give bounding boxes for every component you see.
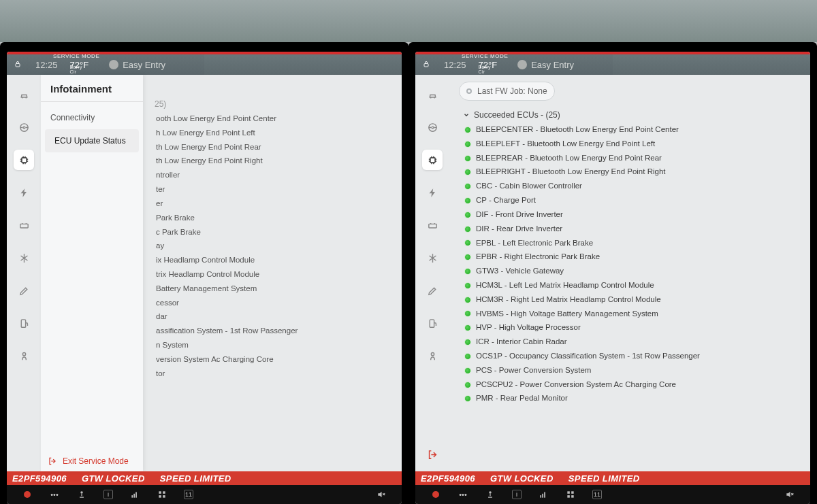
bolt-icon[interactable] <box>14 182 34 203</box>
ecu-label: CP - Charge Port <box>476 195 536 207</box>
chip-icon[interactable] <box>422 150 443 170</box>
fuel-icon[interactable] <box>14 313 34 333</box>
ecu-row[interactable]: CBC - Cabin Blower Controller <box>464 180 802 192</box>
dock-mute-icon[interactable] <box>784 489 795 500</box>
dock-badge[interactable] <box>22 489 33 500</box>
submenu-title: Infotainment <box>41 83 143 101</box>
snowflake-icon[interactable] <box>14 248 34 268</box>
ecu-row[interactable]: PMR - Rear Pedal Monitor <box>464 392 802 405</box>
status-ok-icon <box>464 254 471 261</box>
steering-icon[interactable] <box>14 117 34 137</box>
dock-signal-icon[interactable] <box>538 489 549 500</box>
ecu-label: BLEEPLEFT - Bluetooth Low Energy End Poi… <box>476 138 655 150</box>
ecu-row[interactable]: PCS - Power Conversion System <box>464 365 802 377</box>
vin-fragment: E2PF594906 <box>12 473 67 484</box>
exit-service-mode-button[interactable]: Exit Service Mode <box>48 456 129 466</box>
speed-limited-label: SPEED LIMITED <box>568 473 640 484</box>
ecu-row[interactable]: BLEEPCENTER - Bluetooth Low Energy End P… <box>464 124 802 136</box>
pencil-icon[interactable] <box>14 280 34 301</box>
dock-info-icon[interactable]: i <box>512 490 522 499</box>
ecu-row[interactable]: HVP - High Voltage Processor <box>464 322 802 334</box>
svg-rect-24 <box>567 491 570 494</box>
fw-job-status[interactable]: Last FW Job: None <box>459 82 555 101</box>
chip-icon[interactable] <box>14 150 34 170</box>
submenu-item-connectivity[interactable]: Connectivity <box>41 106 143 129</box>
pencil-icon[interactable] <box>422 280 443 301</box>
radio-icon <box>466 88 472 94</box>
gtw-locked-label: GTW LOCKED <box>490 473 554 484</box>
svg-rect-17 <box>430 157 434 162</box>
ecu-row[interactable]: DIF - Front Drive Inverter <box>464 209 802 221</box>
dock-more-icon[interactable]: ••• <box>49 489 60 500</box>
lock-icon[interactable] <box>422 60 430 70</box>
avatar-icon <box>109 60 118 69</box>
ecu-row[interactable]: BLEEPLEFT - Bluetooth Low Energy End Poi… <box>464 138 802 150</box>
dock-more-icon[interactable]: ••• <box>458 489 468 500</box>
left-photo: SERVICE MODE 12:25 72°FBarry Cir Easy En… <box>0 0 408 504</box>
svg-rect-11 <box>163 491 165 494</box>
ecu-row[interactable]: HCM3L - Left Led Matrix Headlamp Control… <box>464 280 802 292</box>
side-rail <box>415 75 449 471</box>
airbag-icon[interactable] <box>14 346 34 366</box>
dock-calendar-icon[interactable]: 11 <box>184 490 193 499</box>
driver-profile[interactable]: Easy Entry <box>517 60 574 70</box>
dock-info-icon[interactable]: i <box>103 490 113 499</box>
status-ok-icon <box>464 127 471 133</box>
dock-grid-icon[interactable] <box>565 489 576 500</box>
ecu-label: CBC - Cabin Blower Controller <box>476 180 582 192</box>
ecu-label: PCSCPU2 - Power Conversion System Ac Cha… <box>476 379 676 391</box>
status-ok-icon <box>464 212 471 218</box>
ecu-row[interactable]: GTW3 - Vehicle Gateway <box>464 265 802 278</box>
avatar-icon <box>517 60 527 69</box>
ecu-row[interactable]: HVBMS - High Voltage Battery Management … <box>464 308 802 320</box>
svg-rect-13 <box>163 495 165 498</box>
temperature: 72°FBarry Cir <box>70 60 89 70</box>
dock-mute-icon[interactable] <box>376 489 387 500</box>
driver-profile[interactable]: Easy Entry <box>109 60 165 70</box>
ecu-row[interactable]: ICR - Interior Cabin Radar <box>464 336 802 348</box>
ecu-row-truncated: h Low Energy End Point Left <box>156 127 394 139</box>
ecu-label: PCS - Power Conversion System <box>476 365 591 377</box>
bolt-icon[interactable] <box>422 182 443 203</box>
car-icon[interactable] <box>422 84 443 105</box>
ecu-row-truncated: dar <box>156 311 394 323</box>
ecu-row[interactable]: PCSCPU2 - Power Conversion System Ac Cha… <box>464 379 802 391</box>
ecu-row[interactable]: DIR - Rear Drive Inverter <box>464 223 802 235</box>
svg-rect-23 <box>544 492 545 498</box>
ecu-row[interactable]: EPBR - Right Electronic Park Brake <box>464 251 802 263</box>
speed-limited-label: SPEED LIMITED <box>160 473 231 484</box>
ecu-label: HCM3L - Left Led Matrix Headlamp Control… <box>476 280 654 292</box>
svg-rect-10 <box>159 491 161 494</box>
status-ok-icon <box>464 226 471 233</box>
submenu-item-ecu-update[interactable]: ECU Update Status <box>45 129 139 152</box>
fuel-icon[interactable] <box>422 313 443 333</box>
ecu-row[interactable]: EPBL - Left Electronic Park Brake <box>464 237 802 250</box>
vin-fragment: E2PF594906 <box>421 473 475 484</box>
ecu-row[interactable]: BLEEPRIGHT - Bluetooth Low Energy End Po… <box>464 166 802 178</box>
dock-signal-icon[interactable] <box>129 489 140 500</box>
dock-calendar-icon[interactable]: 11 <box>592 490 602 499</box>
ecu-row[interactable]: CP - Charge Port <box>464 195 802 207</box>
succeeded-ecus-header[interactable]: Succeeded ECUs - (25) <box>459 107 802 124</box>
dock-joystick-icon[interactable] <box>76 489 87 500</box>
dock-grid-icon[interactable] <box>157 489 167 500</box>
battery-icon[interactable] <box>422 215 443 235</box>
steering-icon[interactable] <box>422 117 443 137</box>
ecu-row[interactable]: OCS1P - Occupancy Classification System … <box>464 350 802 363</box>
ecu-row[interactable]: BLEEPREAR - Bluetooth Low Energy End Poi… <box>464 152 802 165</box>
battery-icon[interactable] <box>14 215 34 235</box>
exit-icon[interactable] <box>422 444 443 465</box>
ecu-row-truncated: ix Headlamp Control Module <box>156 254 394 267</box>
svg-point-5 <box>22 352 25 355</box>
dock-joystick-icon[interactable] <box>485 489 496 500</box>
car-icon[interactable] <box>14 84 34 105</box>
ecu-row[interactable]: HCM3R - Right Led Matrix Headlamp Contro… <box>464 294 802 306</box>
ecu-label: ICR - Interior Cabin Radar <box>476 336 567 348</box>
service-mode-label: SERVICE MODE <box>462 53 508 59</box>
airbag-icon[interactable] <box>422 346 443 366</box>
lock-icon[interactable] <box>14 60 22 70</box>
dock-badge[interactable] <box>430 489 441 500</box>
status-ok-icon <box>464 282 471 289</box>
snowflake-icon[interactable] <box>422 248 443 268</box>
svg-rect-3 <box>21 157 26 162</box>
